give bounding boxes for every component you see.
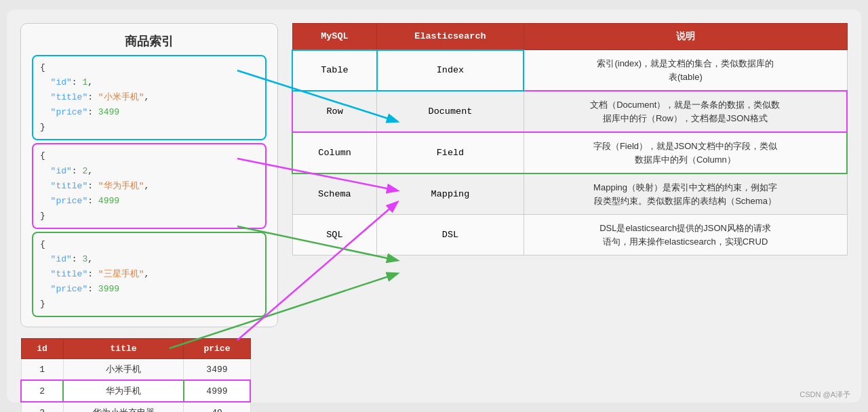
record-3-green: { "id": 3, "title": "三星手机", "price": 399…: [32, 232, 267, 317]
table-row-pink: 2 华为手机 4999: [21, 380, 250, 402]
header-desc: 说明: [524, 24, 847, 50]
record-1-blue: { "id": 1, "title": "小米手机", "price": 349…: [32, 55, 267, 140]
desc-col-field: 字段（Field），就是JSON文档中的字段，类似数据库中的列（Column）: [524, 132, 847, 173]
mysql-schema: Schema: [292, 173, 377, 215]
cell-title: 小米手机: [63, 359, 184, 381]
index-box: 商品索引 { "id": 1, "title": "小米手机", "price"…: [20, 23, 278, 327]
desc-table-index: 索引(index)，就是文档的集合，类似数据库的表(table): [524, 50, 847, 91]
cell-price: 4999: [184, 380, 250, 402]
comparison-row-table-index: Table Index 索引(index)，就是文档的集合，类似数据库的表(ta…: [292, 50, 847, 91]
cell-price: 49: [184, 402, 250, 412]
header-mysql: MySQL: [292, 24, 377, 50]
comparison-row-schema: Schema Mapping Mapping（映射）是索引中文档的约束，例如字段…: [292, 173, 847, 215]
table-row: 3 华为小米充电器 49: [21, 402, 250, 412]
comparison-row-col-field: Column Field 字段（Field），就是JSON文档中的字段，类似数据…: [292, 132, 847, 173]
es-field: Field: [377, 132, 524, 173]
cell-title-green: 华为手机: [63, 380, 184, 402]
mysql-column: Column: [292, 132, 377, 173]
record-2-code: { "id": 2, "title": "华为手机", "price": 499…: [40, 148, 258, 223]
desc-schema: Mapping（映射）是索引中文档的约束，例如字段类型约束。类似数据库的表结构（…: [524, 173, 847, 215]
desc-sql: DSL是elasticsearch提供的JSON风格的请求语句，用来操作elas…: [524, 215, 847, 255]
es-mapping: Mapping: [377, 173, 524, 215]
comparison-row-sql: SQL DSL DSL是elasticsearch提供的JSON风格的请求语句，…: [292, 215, 847, 255]
cell-title: 华为小米充电器: [63, 402, 184, 412]
header-es: Elasticsearch: [377, 24, 524, 50]
comparison-table: MySQL Elasticsearch 说明 Table Index 索引(in…: [292, 23, 848, 255]
table-row: 1 小米手机 3499: [21, 359, 250, 381]
mysql-table: Table: [292, 50, 377, 91]
cell-id: 1: [21, 359, 63, 381]
comparison-row-row-doc: Row Document 文档（Document），就是一条条的数据，类似数据库…: [292, 91, 847, 132]
db-table: id title price 1 小米手机 3499 2 华为手机 4999 3: [20, 338, 251, 412]
record-1-code: { "id": 1, "title": "小米手机", "price": 349…: [40, 60, 258, 135]
col-price: price: [184, 339, 250, 359]
right-panel: MySQL Elasticsearch 说明 Table Index 索引(in…: [292, 23, 848, 389]
cell-price: 3499: [184, 359, 250, 381]
mysql-row: Row: [292, 91, 377, 132]
main-container: 商品索引 { "id": 1, "title": "小米手机", "price"…: [7, 9, 861, 403]
es-document: Document: [377, 91, 524, 132]
col-id: id: [21, 339, 63, 359]
watermark: CSDN @A泽予: [800, 390, 850, 400]
index-box-title: 商品索引: [32, 33, 267, 49]
desc-row-doc: 文档（Document），就是一条条的数据，类似数据库中的行（Row），文档都是…: [524, 91, 847, 132]
record-2-pink: { "id": 2, "title": "华为手机", "price": 499…: [32, 143, 267, 228]
cell-id: 2: [21, 380, 63, 402]
cell-id: 3: [21, 402, 63, 412]
record-3-code: { "id": 3, "title": "三星手机", "price": 399…: [40, 237, 258, 312]
es-dsl: DSL: [377, 215, 524, 255]
left-panel: 商品索引 { "id": 1, "title": "小米手机", "price"…: [20, 23, 278, 389]
mysql-sql: SQL: [292, 215, 377, 255]
col-title: title: [63, 339, 184, 359]
es-index: Index: [377, 50, 524, 91]
